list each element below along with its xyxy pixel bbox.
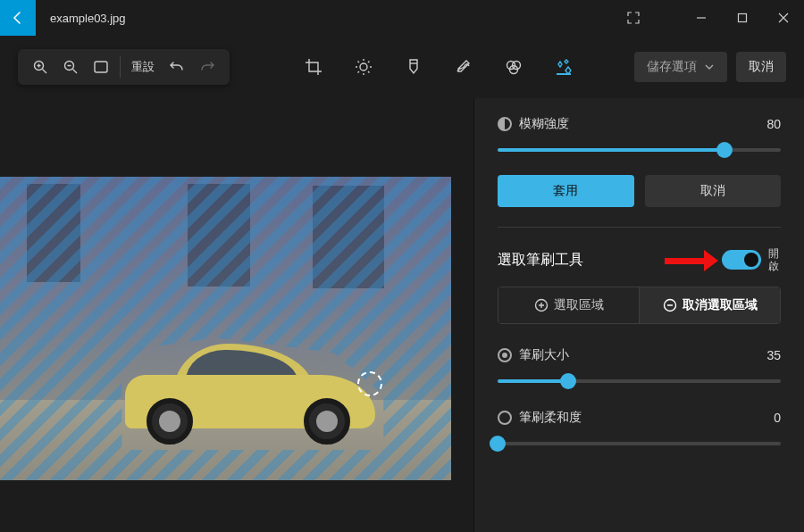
sparkle-blur-icon [555,58,573,76]
filter-tool[interactable] [401,54,426,79]
blur-cancel-button[interactable]: 取消 [645,175,782,207]
circle-icon [498,411,512,425]
crop-icon [305,58,322,76]
plus-circle-icon [534,298,549,312]
blur-intensity-label: 模糊強度 [519,116,569,132]
save-label: 儲存選項 [647,59,697,75]
maximize-button[interactable] [722,0,763,36]
car-shape [125,342,375,445]
zoom-in-button[interactable] [25,52,55,82]
undo-button[interactable] [162,52,192,82]
edit-tools [301,54,576,79]
brush-tool-toggle[interactable] [722,250,761,270]
content-area: 逍遙の窩 http://www.xiaoyao.tw/ 模糊強度 80 套用 取… [0,98,804,532]
erase-tool[interactable] [501,54,526,79]
brush-softness-section: 筆刷柔和度 0 [498,410,781,453]
filename-label: example03.jpg [50,12,613,25]
brush-size-label: 筆刷大小 [519,347,569,363]
zoom-out-button[interactable] [55,52,86,82]
brush-softness-label: 筆刷柔和度 [519,410,582,426]
reset-button[interactable]: 重設 [124,59,162,75]
toolbar: 重設 儲存選項 取消 [0,36,804,98]
minimize-icon [696,12,707,23]
brush-softness-slider[interactable] [498,435,781,453]
brush-size-value: 35 [766,348,781,362]
minimize-button[interactable] [681,0,722,36]
adjust-tool[interactable] [351,54,376,79]
fit-button[interactable] [86,52,116,82]
zoom-controls: 重設 [18,49,230,85]
titlebar: example03.jpg [0,0,804,36]
blur-intensity-value: 80 [766,117,781,131]
fullscreen-button[interactable] [613,0,654,36]
blur-tool[interactable] [551,54,576,79]
half-circle-icon [498,117,512,131]
annotation-arrow [654,248,716,271]
svg-rect-3 [95,62,107,72]
image-preview[interactable] [0,177,451,480]
brush-size-section: 筆刷大小 35 [498,347,781,390]
save-options-button[interactable]: 儲存選項 [634,52,727,82]
markup-tool[interactable] [451,54,476,79]
erase-icon [505,58,523,76]
brush-cursor [357,371,382,396]
minus-circle-icon [663,298,677,312]
side-panel: 模糊強度 80 套用 取消 選取筆刷工具 [473,98,804,532]
deselect-area-tab[interactable]: 取消選取區域 [639,287,780,323]
redo-button[interactable] [192,52,222,82]
chevron-down-icon [704,62,715,72]
zoom-in-icon [32,59,48,75]
brightness-icon [355,58,373,76]
target-icon [498,348,512,362]
brush-tool-section: 選取筆刷工具 開啟 選取區域 取消選取區域 [498,247,781,324]
deselect-area-label: 取消選取區域 [683,297,758,313]
close-button[interactable] [763,0,804,36]
back-button[interactable] [0,0,36,36]
arrow-left-icon [11,11,25,25]
divider [498,227,781,228]
window-controls [613,0,804,36]
maximize-icon [737,12,748,23]
fit-screen-icon [93,59,109,75]
select-area-label: 選取區域 [554,297,604,313]
brush-tool-label: 選取筆刷工具 [498,251,583,270]
canvas-area[interactable]: 逍遙の窩 http://www.xiaoyao.tw/ [0,98,473,532]
cancel-button[interactable]: 取消 [736,52,786,82]
crop-tool[interactable] [301,54,326,79]
marker-icon [405,58,423,76]
zoom-out-icon [63,59,79,75]
svg-rect-0 [739,14,747,22]
close-icon [778,12,789,23]
undo-icon [169,59,185,75]
expand-icon [626,11,641,25]
draw-icon [455,58,473,76]
selection-mode-segmented: 選取區域 取消選取區域 [498,287,781,324]
brush-size-slider[interactable] [498,372,781,390]
action-buttons: 儲存選項 取消 [634,52,786,82]
toggle-state-label: 開啟 [768,247,781,272]
svg-point-4 [360,63,367,71]
apply-button[interactable]: 套用 [498,175,634,207]
blur-section: 模糊強度 80 套用 取消 [498,116,781,207]
brush-softness-value: 0 [774,411,781,425]
select-area-tab[interactable]: 選取區域 [498,287,639,323]
redo-icon [199,59,215,75]
blur-intensity-slider[interactable] [498,141,781,159]
divider [120,56,121,78]
